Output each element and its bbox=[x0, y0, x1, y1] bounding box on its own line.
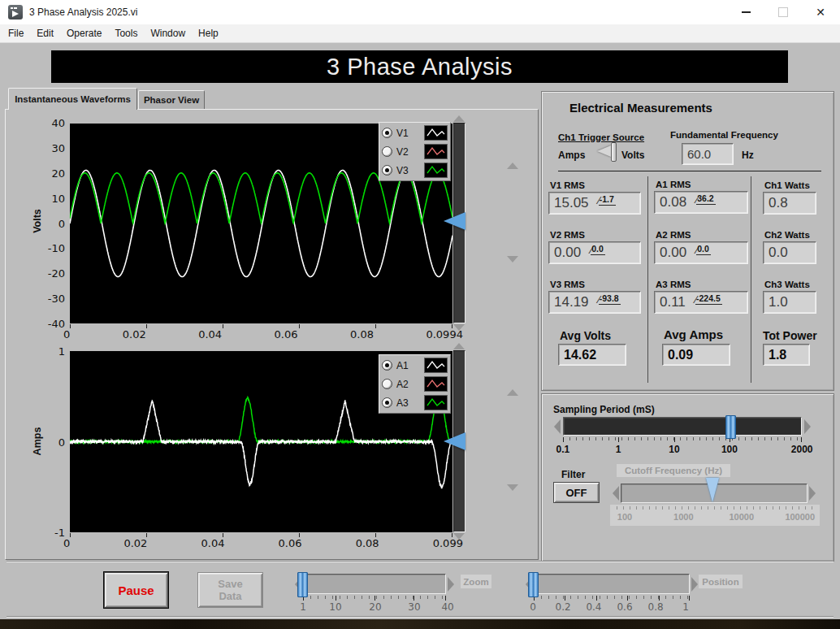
ch3-watts-field: 1.0 bbox=[763, 291, 816, 314]
minimize-button[interactable] bbox=[726, 0, 765, 24]
avg-amps-label: Avg Amps bbox=[664, 328, 723, 341]
v2-plot-style-icon[interactable] bbox=[424, 144, 448, 159]
trigger-source-amps-label: Amps bbox=[558, 150, 585, 161]
zoom-slider[interactable] bbox=[303, 574, 446, 594]
v1-rms-label: V1 RMS bbox=[550, 180, 585, 190]
phase-angle: ∕-93.8 bbox=[599, 295, 621, 305]
trigger-source-switch[interactable] bbox=[595, 141, 620, 161]
zoom-right-arrow[interactable] bbox=[446, 574, 456, 594]
sampling-left-arrow[interactable] bbox=[552, 417, 562, 436]
sampling-right-arrow[interactable] bbox=[802, 417, 812, 436]
legend-item-a3[interactable]: A3 bbox=[382, 393, 448, 412]
legend-item-a2[interactable]: A2 bbox=[382, 375, 448, 393]
v2-radio[interactable] bbox=[382, 146, 392, 157]
ch2-watts-field: 0.0 bbox=[763, 241, 816, 264]
v-trigger-down-arrow[interactable] bbox=[453, 324, 465, 331]
tab-instantaneous-waveforms[interactable]: Instantaneous Waveforms bbox=[8, 88, 137, 110]
amps-legend: A1 A2 A3 bbox=[379, 354, 451, 414]
ch1-watts-field: 0.8 bbox=[763, 192, 816, 215]
legend-item-a1[interactable]: A1 bbox=[382, 356, 448, 375]
sampling-period-label: Sampling Period (mS) bbox=[553, 404, 655, 415]
legend-item-v2[interactable]: V2 bbox=[382, 142, 448, 161]
menu-help[interactable]: Help bbox=[192, 26, 225, 41]
cutoff-scale-strip: 100 1000 10000 100000 bbox=[610, 505, 820, 526]
menu-file[interactable]: File bbox=[2, 26, 30, 41]
ch2-watts-label: Ch2 Watts bbox=[764, 230, 810, 240]
menu-operate[interactable]: Operate bbox=[60, 26, 108, 41]
i-trigger-up-arrow[interactable] bbox=[453, 343, 465, 349]
close-button[interactable]: ✕ bbox=[801, 0, 840, 24]
avg-volts-field: 14.62 bbox=[558, 344, 626, 366]
voltage-range-up-arrow[interactable] bbox=[507, 163, 518, 169]
a2-rms-field: 0.00 ∕0.0 bbox=[654, 241, 748, 264]
v1-plot-style-icon[interactable] bbox=[424, 125, 448, 141]
position-handle[interactable] bbox=[528, 572, 539, 597]
legend-item-v3[interactable]: V3 bbox=[382, 161, 448, 180]
v2-rms-field: 0.00 ∕0.0 bbox=[548, 241, 641, 264]
cutoff-right-arrow bbox=[808, 484, 817, 503]
divider bbox=[558, 171, 821, 171]
zoom-scale: 1 10 20 30 40 bbox=[297, 601, 454, 612]
ch1-watts-label: Ch1 Watts bbox=[764, 180, 810, 190]
v3-plot-style-icon[interactable] bbox=[424, 163, 448, 178]
v2-rms-label: V2 RMS bbox=[550, 230, 585, 240]
a2-plot-style-icon[interactable] bbox=[424, 376, 448, 392]
volts-x-axis: 00.02 0.040.06 0.080.0994 bbox=[63, 329, 463, 341]
position-slider[interactable] bbox=[534, 574, 690, 594]
cutoff-pointer bbox=[706, 478, 719, 502]
avg-volts-label: Avg Volts bbox=[560, 329, 611, 342]
tab-phasor-view[interactable]: Phasor View bbox=[138, 90, 205, 109]
pause-button[interactable]: Pause bbox=[104, 572, 168, 608]
volts-legend: V1 V2 V3 bbox=[379, 122, 451, 181]
v1-radio[interactable] bbox=[382, 128, 392, 138]
v3-rms-label: V3 RMS bbox=[550, 280, 585, 289]
save-data-button[interactable]: Save Data bbox=[197, 572, 263, 608]
amps-y-axis: 1 0 -1 bbox=[41, 346, 65, 538]
sampling-tick-marks bbox=[563, 437, 802, 440]
a3-plot-style-icon[interactable] bbox=[424, 395, 448, 410]
avg-amps-field: 0.09 bbox=[662, 344, 730, 366]
trigger-source-volts-label: Volts bbox=[621, 150, 644, 161]
divider bbox=[647, 176, 648, 383]
sampling-scale: 0.1 1 10 100 2000 bbox=[552, 444, 813, 455]
current-range-up-arrow[interactable] bbox=[507, 389, 518, 396]
sampling-slider[interactable] bbox=[563, 417, 802, 436]
measurements-title: Electrical Measurements bbox=[569, 101, 712, 115]
menu-tools[interactable]: Tools bbox=[108, 26, 144, 41]
v3-radio[interactable] bbox=[382, 165, 392, 176]
a2-rms-label: A2 RMS bbox=[656, 230, 691, 240]
tot-power-label: Tot Power bbox=[763, 329, 817, 342]
zoom-tick-marks bbox=[303, 596, 446, 599]
legend-item-v1[interactable]: V1 bbox=[382, 124, 448, 142]
divider bbox=[6, 616, 834, 618]
amps-x-axis: 00.02 0.040.06 0.080.099 bbox=[63, 538, 463, 549]
phase-angle: ∕0.0 bbox=[696, 245, 711, 255]
filter-button[interactable]: OFF bbox=[553, 482, 600, 503]
v-trigger-up-arrow[interactable] bbox=[453, 115, 465, 122]
a3-rms-field: 0.11 ∕-224.5 bbox=[654, 291, 748, 314]
labview-app-icon bbox=[8, 5, 23, 20]
v-trigger-level-pointer[interactable] bbox=[444, 212, 465, 230]
vi-window: 3 Phase Analysis 2025.vi ✕ File Edit Ope… bbox=[0, 0, 840, 629]
cutoff-scale: 100 1000 10000 100000 bbox=[610, 512, 820, 523]
fundamental-frequency-label: Fundamental Frequency bbox=[670, 130, 778, 140]
i-trigger-down-arrow[interactable] bbox=[453, 533, 465, 540]
position-label: Position bbox=[699, 575, 743, 588]
voltage-range-down-arrow[interactable] bbox=[507, 256, 518, 262]
a3-radio[interactable] bbox=[382, 397, 392, 408]
banner-title: 3 Phase Analysis bbox=[327, 54, 513, 80]
banner: 3 Phase Analysis bbox=[51, 50, 788, 83]
window-title: 3 Phase Analysis 2025.vi bbox=[29, 0, 137, 24]
menu-edit[interactable]: Edit bbox=[30, 26, 60, 41]
desktop-strip bbox=[0, 619, 840, 629]
menu-window[interactable]: Window bbox=[144, 26, 192, 41]
zoom-handle[interactable] bbox=[297, 572, 308, 597]
current-range-down-arrow[interactable] bbox=[507, 484, 518, 491]
sampling-handle[interactable] bbox=[725, 415, 736, 439]
a1-radio[interactable] bbox=[382, 360, 392, 371]
phase-angle: ∕36.2 bbox=[696, 195, 716, 205]
a2-radio[interactable] bbox=[382, 379, 392, 389]
divider bbox=[6, 561, 834, 562]
a1-plot-style-icon[interactable] bbox=[424, 358, 448, 373]
i-trigger-level-pointer[interactable] bbox=[444, 432, 465, 450]
